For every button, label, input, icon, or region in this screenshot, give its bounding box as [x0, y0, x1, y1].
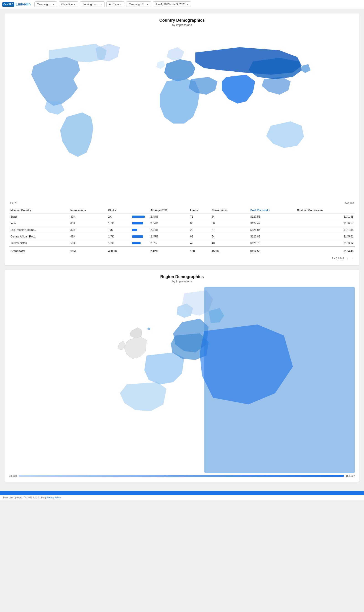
- cell-leads: 28: [189, 226, 210, 233]
- col-avg-ctr: Average CTR: [149, 207, 189, 213]
- table-row: Central African Rep... 69K 1.7K 2.45% 62…: [9, 233, 355, 240]
- cell-conversions: 56: [210, 220, 249, 226]
- table-header-row: Member Country Impressions Clicks Averag…: [9, 207, 355, 213]
- privacy-policy-link[interactable]: Privacy Policy: [46, 496, 61, 499]
- cell-leads: 60: [189, 220, 210, 226]
- table-row: India 65K 1.7K 2.64% 60 56 $127.47 $136.…: [9, 220, 355, 226]
- table-row: Lao People's Demo... 33K 775 2.34% 28 27…: [9, 226, 355, 233]
- ad-type-filter[interactable]: Ad Type ▼: [106, 1, 124, 7]
- cell-cpc: $133.12: [296, 240, 355, 247]
- cell-leads: 42: [189, 240, 210, 247]
- campaign-filter[interactable]: Campaign... ▼: [34, 1, 57, 7]
- serving-loc-filter-label: Serving Loc...: [82, 3, 99, 6]
- grand-total-bar: [131, 247, 149, 254]
- cell-conversions: 40: [210, 240, 249, 247]
- cell-cpc: $131.55: [296, 226, 355, 233]
- table-row: Brazil 80K 2K 2.48% 71 64 $127.53 $141.4…: [9, 213, 355, 220]
- grand-total-label: Grand total: [9, 247, 69, 254]
- cell-country: Turkmenistan: [9, 240, 69, 247]
- campaign-t-filter[interactable]: Campaign T... ▼: [126, 1, 151, 7]
- col-member-country: Member Country: [9, 207, 69, 213]
- next-page-button[interactable]: ›: [351, 256, 353, 261]
- grand-total-clicks: 450.6K: [107, 247, 131, 254]
- cell-country: Brazil: [9, 213, 69, 220]
- chevron-down-icon: ▼: [100, 3, 102, 5]
- col-clicks: Clicks: [107, 207, 149, 213]
- cell-country: India: [9, 220, 69, 226]
- col-cpl[interactable]: Cost Per Lead ↓: [249, 207, 296, 213]
- cell-leads: 62: [189, 233, 210, 240]
- map-range-min: 29,101: [10, 202, 18, 205]
- pagination: 1 - 5 / 249 ‹ ›: [9, 254, 355, 261]
- col-leads: Leads: [189, 207, 210, 213]
- cell-ctr: 2.34%: [149, 226, 189, 233]
- cell-conversions: 64: [210, 213, 249, 220]
- prev-page-button[interactable]: ‹: [346, 256, 349, 261]
- region-map-container: [9, 287, 355, 473]
- grand-total-cpl: $112.53: [249, 247, 296, 254]
- region-map-svg: [9, 287, 355, 473]
- cell-country: Central African Rep...: [9, 233, 69, 240]
- grand-total-row: Grand total 19M 450.6K 2.42% 18K 15.1K $…: [9, 247, 355, 254]
- cell-ctr: 2.48%: [149, 213, 189, 220]
- campaign-t-filter-label: Campaign T...: [129, 3, 145, 6]
- cell-cpl: $127.53: [249, 213, 296, 220]
- grand-total-leads: 18K: [189, 247, 210, 254]
- date-filter[interactable]: Jun 4, 2023 - Jul 3, 2023 ▼: [153, 1, 191, 7]
- cell-bar: [131, 233, 149, 240]
- cell-conversions: 27: [210, 226, 249, 233]
- region-demographics-card: Region Demographics by Impressions: [5, 270, 359, 482]
- cell-impressions: 65K: [69, 220, 107, 226]
- ad-type-filter-label: Ad Type: [109, 3, 119, 6]
- cell-bar: [131, 240, 149, 247]
- cell-bar: [131, 213, 149, 220]
- map-range: 29,101 149,403: [9, 202, 355, 205]
- campaign-filter-label: Campaign...: [37, 3, 52, 6]
- map-range-max: 149,403: [345, 202, 354, 205]
- date-filter-label: Jun 4, 2023 - Jul 3, 2023: [155, 3, 185, 6]
- region-section-subtitle: by Impressions: [9, 280, 355, 283]
- grand-total-ctr: 2.42%: [149, 247, 189, 254]
- cell-bar: [131, 226, 149, 233]
- range-bar: [19, 475, 344, 477]
- footer-bar: [0, 491, 364, 495]
- cell-cpl: $126.82: [249, 233, 296, 240]
- grand-total-conversions: 15.1K: [210, 247, 249, 254]
- cell-clicks: 1.7K: [107, 233, 131, 240]
- cell-leads: 71: [189, 213, 210, 220]
- main-content: Country Demographics by Impressions: [0, 9, 364, 491]
- cell-impressions: 69K: [69, 233, 107, 240]
- serving-loc-filter[interactable]: Serving Loc... ▼: [80, 1, 104, 7]
- range-bar-container: 18,868 153,897: [9, 474, 355, 477]
- chevron-down-icon: ▼: [52, 3, 54, 5]
- cell-cpc: $145.61: [296, 233, 355, 240]
- last-updated-text: Data Last Updated: 7/4/2023 7:42:31 PM: [3, 496, 45, 499]
- chevron-down-icon: ▼: [74, 3, 76, 5]
- svg-point-1: [147, 328, 150, 330]
- objective-filter-label: Objective: [61, 3, 73, 6]
- country-section-subtitle: by Impressions: [9, 23, 355, 27]
- cell-ctr: 2.6%: [149, 240, 189, 247]
- cell-clicks: 2K: [107, 213, 131, 220]
- pagination-label: 1 - 5 / 249: [332, 257, 344, 260]
- region-section-title: Region Demographics: [9, 274, 355, 279]
- cell-cpl: $126.78: [249, 240, 296, 247]
- col-impressions: Impressions: [69, 207, 107, 213]
- col-conversions: Conversions: [210, 207, 249, 213]
- objective-filter[interactable]: Objective ▼: [59, 1, 78, 7]
- country-data-table: Member Country Impressions Clicks Averag…: [9, 207, 355, 254]
- header: One PPC LinkedIn Campaign... ▼ Objective…: [0, 0, 364, 9]
- country-section-title: Country Demographics: [9, 18, 355, 23]
- cell-conversions: 54: [210, 233, 249, 240]
- cell-bar: [131, 220, 149, 226]
- logo-area: One PPC LinkedIn: [2, 2, 31, 7]
- cell-country: Lao People's Demo...: [9, 226, 69, 233]
- cell-ctr: 2.64%: [149, 220, 189, 226]
- cell-impressions: 80K: [69, 213, 107, 220]
- linkedin-logo: LinkedIn: [16, 2, 31, 6]
- footer-text: Data Last Updated: 7/4/2023 7:42:31 PM |…: [0, 495, 364, 500]
- range-min-label: 18,868: [9, 474, 17, 477]
- cell-clicks: 1.7K: [107, 220, 131, 226]
- cell-clicks: 775: [107, 226, 131, 233]
- table-row: Turkmenistan 50K 1.3K 2.6% 42 40 $126.78…: [9, 240, 355, 247]
